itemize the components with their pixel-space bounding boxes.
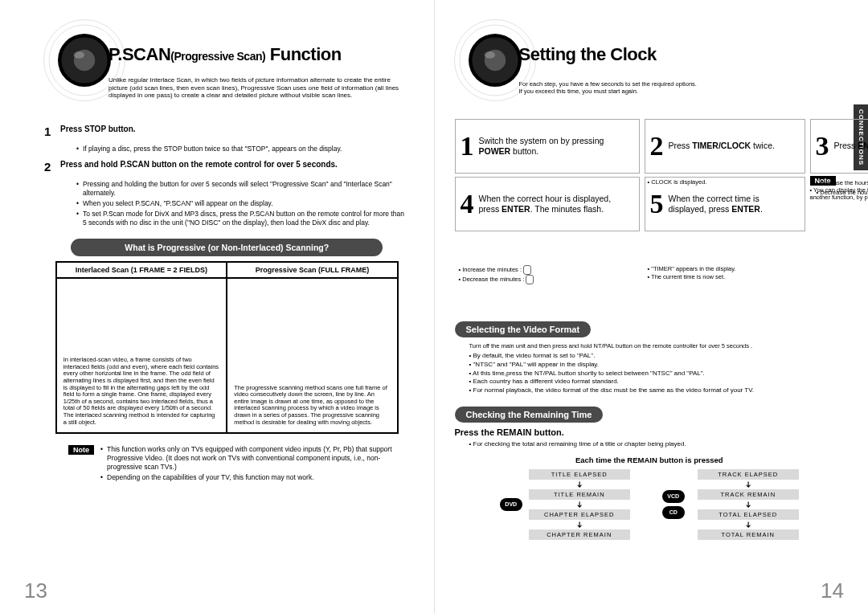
- interlaced-desc: In interlaced-scan video, a frame consis…: [56, 278, 227, 433]
- bullet: If playing a disc, press the STOP button…: [76, 145, 410, 153]
- step-number: 1: [44, 125, 60, 138]
- manual-spread: P.SCAN(Progressive Scan) Function Unlike…: [0, 0, 868, 613]
- step-num: 5: [650, 190, 664, 218]
- svg-point-5: [74, 51, 84, 59]
- remain-item: TOTAL REMAIN: [698, 529, 799, 540]
- step-num: 3: [816, 133, 829, 160]
- title-sub: (Progressive Scan): [170, 50, 265, 63]
- step3-notes: Increase the hours : Decrease the hours …: [817, 178, 869, 198]
- step4-notes: Increase the minutes : Decrease the minu…: [459, 265, 640, 284]
- arrow-down-icon: ➔: [745, 501, 751, 508]
- section-heading: Press the REMAIN button.: [455, 427, 845, 437]
- step-1-bullets: If playing a disc, press the STOP button…: [76, 145, 410, 153]
- bullet: For checking the total and remaining tim…: [469, 440, 845, 449]
- bullet: At this time,press the NT/PAL button sho…: [469, 370, 845, 378]
- arrow-down-icon: ➔: [576, 501, 583, 508]
- video-format-bullets: By default, the video format is set to "…: [469, 352, 845, 395]
- down-icon: [526, 275, 534, 284]
- page-title: Setting the Clock: [519, 44, 657, 65]
- note-badge: Note: [68, 445, 94, 455]
- note-line: Increase the minutes :: [459, 265, 640, 275]
- step-num: 1: [461, 133, 474, 160]
- remain-item: TRACK REMAIN: [698, 489, 799, 500]
- page-number: 13: [24, 578, 47, 603]
- step-box-2: 2 Press TIMER/CLOCK twice.: [645, 119, 805, 174]
- note-block: Note This function works only on TVs equ…: [68, 445, 410, 484]
- dvd-badge: DVD: [500, 498, 522, 511]
- note-line: The current time is now set.: [648, 273, 800, 281]
- intro-line: For each step, you have a few seconds to…: [519, 80, 845, 88]
- step-box-4: 4 When the correct hour is displayed, pr…: [455, 177, 640, 231]
- note-line: Increase the hours :: [817, 178, 869, 188]
- remain-item: TITLE REMAIN: [529, 489, 630, 500]
- note-line: Decrease the minutes :: [459, 275, 640, 284]
- note-line: Decrease the hours :: [817, 188, 869, 198]
- dvd-sequence: TITLE ELAPSED ➔ TITLE REMAIN ➔ CHAPTER E…: [529, 469, 630, 540]
- step-2-bullets: Pressing and holding the button for over…: [76, 180, 410, 227]
- note-bullet: Depending on the capabilities of your TV…: [100, 473, 410, 482]
- step2-notes: CLOCK is displayed.: [648, 178, 800, 186]
- remain-item: TOTAL ELAPSED: [698, 509, 799, 520]
- arrow-down-icon: ➔: [576, 481, 583, 488]
- remain-item: CHAPTER REMAIN: [529, 529, 630, 540]
- remain-item: CHAPTER ELAPSED: [529, 509, 630, 520]
- vf-intro: Turn off the main unit and then press an…: [469, 342, 845, 349]
- step-text: Press ENTER. The hour flashes.: [834, 141, 869, 151]
- step-1-label: Press STOP button.: [60, 125, 410, 133]
- arrow-down-icon: ➔: [576, 521, 583, 528]
- title-main: P.SCAN: [108, 44, 170, 64]
- step-list: 1 Press STOP button.: [44, 125, 410, 138]
- step-box-3: 3 Press ENTER. The hour flashes.: [810, 119, 869, 174]
- step5-notes: "TIMER" appears in the display. The curr…: [648, 265, 800, 281]
- note-line: CLOCK is displayed.: [648, 178, 800, 186]
- page-number: 14: [821, 578, 844, 603]
- step-num: 2: [650, 133, 664, 160]
- vcd-badge: VCD: [662, 490, 685, 503]
- remaining-time-bullets: For checking the total and remaining tim…: [469, 440, 845, 449]
- remain-item: TRACK ELAPSED: [698, 469, 799, 480]
- title-tail: Function: [265, 44, 341, 64]
- intro-text: For each step, you have a few seconds to…: [519, 80, 845, 95]
- page-title: P.SCAN(Progressive Scan) Function: [108, 44, 342, 65]
- step-text: Switch the system on by pressing POWER b…: [479, 136, 634, 157]
- bullet: Each country has a different video forma…: [469, 378, 845, 386]
- note-bullet: This function works only on TVs equipped…: [100, 445, 410, 472]
- step-num: 4: [461, 190, 474, 218]
- remain-item: TITLE ELAPSED: [529, 469, 630, 480]
- step-number: 2: [44, 160, 60, 174]
- step-box-1: 1 Switch the system on by pressing POWER…: [455, 119, 640, 174]
- cd-sequence: TRACK ELAPSED ➔ TRACK REMAIN ➔ TOTAL ELA…: [698, 469, 799, 540]
- bullet: "NTSC" and "PAL" will appear in the disp…: [469, 361, 845, 370]
- page-14: Setting the Clock For each step, you hav…: [435, 0, 869, 613]
- section-pill: What is Progressive (or Non-Interlaced) …: [71, 239, 383, 256]
- col-header-progressive: Progressive Scan (FULL FRAME): [227, 262, 398, 278]
- intro-text: Unlike regular Interlace Scan, in which …: [108, 76, 410, 100]
- remain-col-dvd: DVD TITLE ELAPSED ➔ TITLE REMAIN ➔ CHAPT…: [500, 469, 630, 540]
- bullet: To set P.Scan mode for DivX and MP3 disc…: [76, 210, 410, 227]
- bullet: For normal playback, the video format of…: [469, 386, 845, 395]
- scan-comparison-table: Interlaced Scan (1 FRAME = 2 FIELDS) Pro…: [55, 261, 399, 434]
- bullet: When you select P.SCAN, "P.SCAN" will ap…: [76, 199, 410, 208]
- step-2-label: Press and hold P.SCAN button on the remo…: [60, 160, 410, 169]
- clock-steps-grid: 1 Switch the system on by pressing POWER…: [455, 119, 841, 231]
- intro-line: If you exceed this time, you must start …: [519, 88, 845, 95]
- svg-point-11: [484, 51, 494, 59]
- step-text: When the correct hour is displayed, pres…: [479, 194, 634, 215]
- step-text: When the correct time is displayed, pres…: [669, 194, 800, 215]
- bullet: Pressing and holding the button for over…: [76, 180, 410, 198]
- remain-col-cd: VCD CD TRACK ELAPSED ➔ TRACK REMAIN ➔ TO…: [662, 469, 799, 540]
- arrow-down-icon: ➔: [745, 481, 751, 488]
- cd-badge: CD: [662, 506, 685, 519]
- section-pill-video-format: Selecting the Video Format: [455, 321, 592, 337]
- note-line: "TIMER" appears in the display.: [648, 265, 800, 273]
- section-pill-remaining-time: Checking the Remaining Time: [455, 407, 604, 423]
- progressive-desc: The progressive scanning method scans on…: [227, 278, 398, 433]
- bullet: By default, the video format is set to "…: [469, 352, 845, 361]
- remain-diagram: DVD TITLE ELAPSED ➔ TITLE REMAIN ➔ CHAPT…: [455, 469, 845, 540]
- up-icon: [523, 265, 531, 275]
- lower-sections: Selecting the Video Format Turn off the …: [455, 321, 845, 540]
- arrow-down-icon: ➔: [745, 521, 751, 528]
- page-13: P.SCAN(Progressive Scan) Function Unlike…: [0, 0, 435, 613]
- remain-press-heading: Each time the REMAIN button is pressed: [455, 456, 845, 464]
- step-text: Press TIMER/CLOCK twice.: [669, 141, 775, 151]
